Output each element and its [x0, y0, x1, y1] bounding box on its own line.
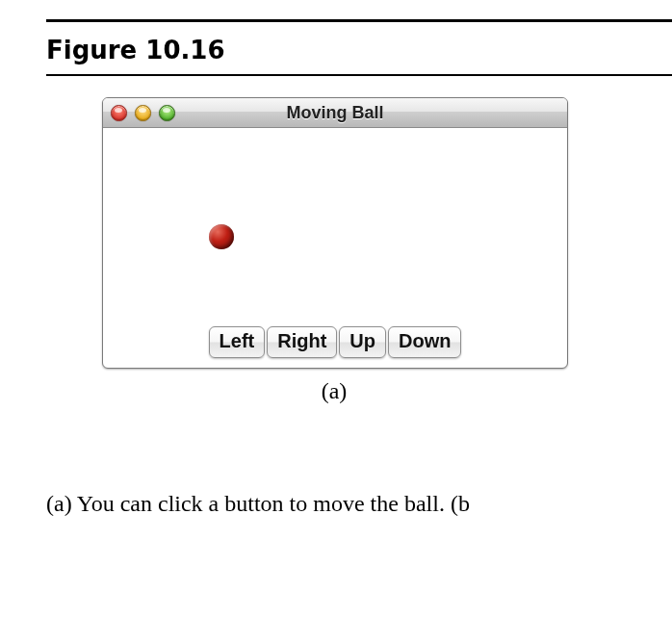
- button-row: Left Right Up Down: [103, 321, 567, 368]
- right-button[interactable]: Right: [267, 326, 337, 358]
- window-titlebar[interactable]: Moving Ball: [103, 98, 567, 128]
- left-button[interactable]: Left: [209, 326, 266, 358]
- ball: [209, 224, 234, 249]
- down-button[interactable]: Down: [388, 326, 461, 358]
- close-icon[interactable]: [111, 105, 127, 121]
- ball-canvas: [103, 128, 567, 321]
- up-button[interactable]: Up: [339, 326, 386, 358]
- sub-caption: (a): [102, 378, 566, 404]
- top-rule: [46, 19, 672, 22]
- figure-label: Figure 10.16: [46, 36, 672, 64]
- app-window: Moving Ball Left Right Up Down: [102, 97, 568, 369]
- minimize-icon[interactable]: [135, 105, 151, 121]
- under-title-rule: [46, 74, 672, 76]
- figure-caption: (a) You can click a button to move the b…: [46, 491, 672, 517]
- zoom-icon[interactable]: [159, 105, 175, 121]
